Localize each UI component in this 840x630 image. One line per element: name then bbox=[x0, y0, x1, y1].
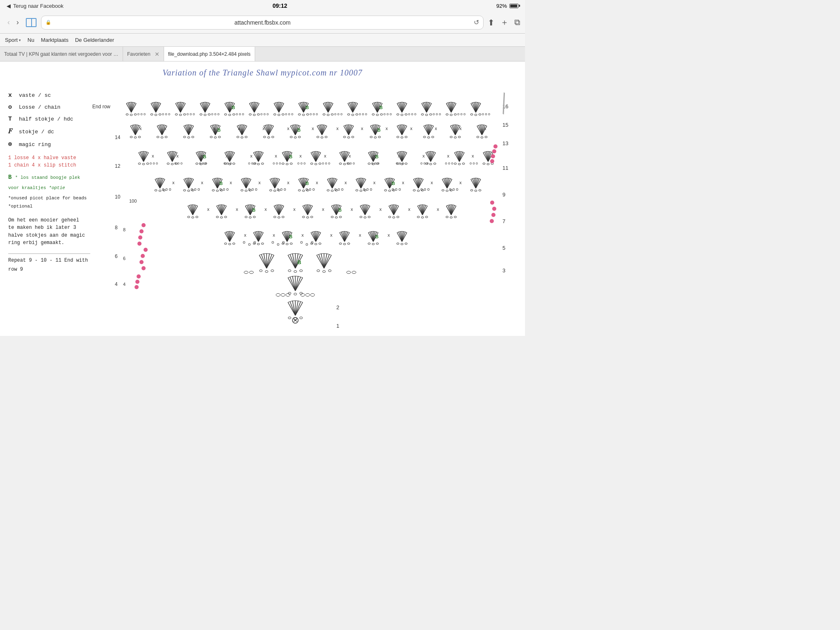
svg-text:B: B bbox=[289, 234, 292, 239]
svg-text:x: x bbox=[398, 153, 400, 158]
svg-point-173 bbox=[492, 149, 496, 153]
nav-actions: ⬆ ＋ ⧉ bbox=[488, 17, 520, 28]
legend-symbol-F: 𝐹 bbox=[8, 126, 16, 138]
back-button[interactable]: ◀ Terug naar Facebook bbox=[7, 3, 64, 9]
svg-text:x: x bbox=[373, 180, 376, 185]
tab-totaaltv[interactable]: Totaal TV | KPN gaat klanten niet vergoe… bbox=[0, 47, 123, 61]
svg-text:x: x bbox=[422, 153, 425, 158]
svg-text:x: x bbox=[164, 126, 167, 131]
legend-item-F: 𝐹 stokje / dc bbox=[8, 126, 90, 138]
svg-text:x: x bbox=[172, 180, 175, 185]
svg-text:o o o: o o o bbox=[433, 112, 441, 116]
svg-text:o: o bbox=[253, 240, 256, 244]
svg-text:x: x bbox=[447, 153, 450, 158]
note-losse: 1 losse 4 x halve vaste bbox=[8, 154, 90, 162]
svg-text:12: 12 bbox=[115, 163, 121, 169]
svg-text:x: x bbox=[359, 233, 361, 237]
svg-text:x: x bbox=[349, 153, 351, 158]
share-button[interactable]: ⬆ bbox=[488, 18, 495, 27]
bookmark-marktplaats-label: Marktplaats bbox=[41, 37, 68, 43]
svg-text:10: 10 bbox=[115, 194, 121, 200]
svg-text:x: x bbox=[258, 180, 261, 185]
svg-text:B: B bbox=[377, 128, 381, 132]
svg-text:o: o bbox=[306, 242, 308, 247]
bookmarks-button[interactable] bbox=[25, 17, 37, 28]
svg-text:o o o: o o o bbox=[383, 112, 392, 116]
battery-icon bbox=[509, 4, 518, 8]
diagram-container: x vaste / sc o Losse / chain T half stok… bbox=[8, 86, 517, 329]
svg-text:x: x bbox=[373, 153, 376, 158]
bottom-note: Om het een mooier geheel te maken heb ik… bbox=[8, 217, 86, 247]
tabs-overview-button[interactable]: ⧉ bbox=[514, 18, 520, 27]
add-tab-button[interactable]: ＋ bbox=[500, 17, 509, 28]
bookmark-nu[interactable]: Nu bbox=[27, 37, 34, 43]
svg-text:o o o: o o o bbox=[248, 187, 258, 192]
svg-text:o o o: o o o bbox=[285, 112, 293, 116]
svg-text:o o o: o o o bbox=[408, 112, 416, 116]
svg-text:6: 6 bbox=[123, 256, 126, 261]
clock: 09:12 bbox=[273, 2, 288, 9]
legend-symbol-ring: ⊗ bbox=[8, 139, 16, 150]
svg-text:x: x bbox=[472, 153, 474, 158]
svg-text:x: x bbox=[238, 126, 240, 131]
repeat-text: Repeat 9 - 10 - 11 End with row 9 bbox=[8, 253, 90, 274]
svg-text:x: x bbox=[293, 207, 296, 212]
svg-text:o o o: o o o bbox=[334, 112, 342, 116]
svg-point-174 bbox=[491, 154, 495, 158]
address-bar[interactable]: 🔒 attachment.fbsbx.com ↺ bbox=[41, 16, 484, 30]
svg-text:B: B bbox=[232, 105, 235, 110]
svg-text:x: x bbox=[459, 180, 462, 185]
tab-totaaltv-label: Totaal TV | KPN gaat klanten niet vergoe… bbox=[4, 51, 119, 57]
page-title: Variation of the Triangle Shawl mypicot.… bbox=[8, 68, 517, 78]
svg-text:5: 5 bbox=[502, 245, 505, 251]
svg-text:B: B bbox=[379, 105, 383, 110]
svg-text:x: x bbox=[201, 180, 203, 185]
svg-point-58 bbox=[490, 219, 494, 223]
back-button-nav[interactable]: ‹ bbox=[5, 16, 12, 28]
svg-text:B: B bbox=[306, 105, 309, 110]
svg-text:x: x bbox=[345, 180, 347, 185]
svg-text:o o o: o o o bbox=[457, 112, 466, 116]
svg-text:B: B bbox=[297, 128, 301, 132]
svg-text:B: B bbox=[306, 181, 309, 186]
svg-text:o: o bbox=[248, 242, 251, 247]
bookmark-sport[interactable]: Sport ▾ bbox=[5, 37, 21, 43]
bookmark-marktplaats[interactable]: Marktplaats bbox=[41, 37, 68, 43]
svg-text:o o o: o o o bbox=[449, 187, 459, 192]
battery-percent: 92% bbox=[496, 3, 507, 9]
svg-text:o o o: o o o bbox=[174, 161, 183, 165]
tab-filedownload[interactable]: file_download.php 3.504×2.484 pixels bbox=[164, 47, 255, 61]
tabs-bar: Totaal TV | KPN gaat klanten niet vergoe… bbox=[0, 47, 525, 62]
svg-text:B: B bbox=[219, 181, 223, 186]
svg-text:o: o bbox=[282, 240, 285, 244]
svg-point-176 bbox=[137, 274, 141, 278]
legend-text-T: half stokje / hdc bbox=[19, 114, 73, 124]
svg-text:x: x bbox=[207, 207, 210, 212]
tab-favorieten-label: Favorieten bbox=[127, 51, 151, 57]
svg-text:o o o: o o o bbox=[363, 187, 372, 192]
svg-text:o o o: o o o bbox=[248, 161, 256, 165]
svg-text:x: x bbox=[176, 153, 179, 158]
svg-text:1: 1 bbox=[336, 323, 339, 328]
chevron-down-icon: ▾ bbox=[19, 38, 21, 42]
legend-symbol-x: x bbox=[8, 90, 16, 101]
svg-text:o o o: o o o bbox=[277, 187, 286, 192]
svg-text:x: x bbox=[299, 153, 302, 158]
reload-button[interactable]: ↺ bbox=[474, 18, 479, 26]
green-note: * los staand boogje plek voor kraaltjes … bbox=[8, 175, 80, 190]
svg-text:B: B bbox=[392, 181, 395, 186]
tab-favorieten-close[interactable]: ✕ bbox=[155, 51, 160, 57]
tab-favorieten[interactable]: Favorieten ✕ bbox=[123, 47, 164, 61]
green-label-B: B * los staand boogje plek voor kraaltje… bbox=[8, 172, 90, 193]
svg-text:o o o: o o o bbox=[359, 112, 367, 116]
bookmarks-bar: Sport ▾ Nu Marktplaats De Gelderlander bbox=[0, 34, 525, 47]
svg-text:x: x bbox=[408, 207, 411, 212]
svg-text:B: B bbox=[375, 154, 379, 159]
forward-button-nav[interactable]: › bbox=[14, 16, 21, 28]
svg-text:x: x bbox=[139, 126, 142, 131]
svg-point-178 bbox=[135, 285, 139, 289]
svg-text:3: 3 bbox=[502, 267, 505, 274]
svg-text:4: 4 bbox=[123, 282, 126, 287]
bookmark-gelderlander[interactable]: De Gelderlander bbox=[75, 37, 114, 43]
svg-text:o o o: o o o bbox=[347, 161, 355, 165]
